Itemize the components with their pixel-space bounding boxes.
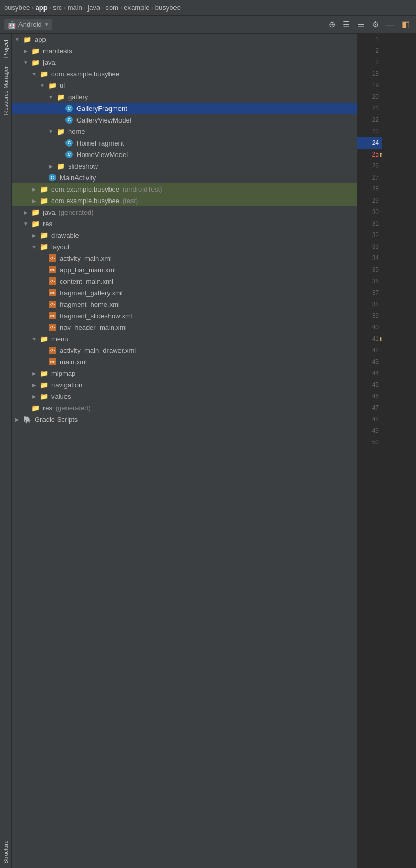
tree-item-gallery-viewmodel[interactable]: C GalleryViewModel: [12, 114, 357, 126]
tree-item-res-generated[interactable]: 📁 res (generated): [12, 402, 357, 414]
line-38: 38: [357, 298, 382, 310]
layout-btn2[interactable]: ⚌: [355, 18, 367, 30]
class-icon-gallery-viewmodel: C: [65, 116, 73, 124]
tree-item-navigation[interactable]: 📁 navigation: [12, 379, 357, 391]
tree-item-app-bar-main-xml[interactable]: </> app_bar_main.xml: [12, 264, 357, 275]
tree-item-test[interactable]: 📁 com.example.busybee (test): [12, 195, 357, 206]
toolbar: 🤖 Android ▼ ⊕ ☰ ⚌ ⚙ — ◧: [0, 16, 416, 34]
tree-item-mipmap[interactable]: 📁 mipmap: [12, 368, 357, 379]
line-22: 22: [357, 114, 382, 126]
xml-icon-fragment-slideshow: </>: [48, 311, 57, 320]
arrow-test: [30, 197, 38, 204]
tree-item-fragment-home-xml[interactable]: </> fragment_home.xml: [12, 298, 357, 310]
tree-item-res[interactable]: 📁 res: [12, 218, 357, 229]
tree-item-fragment-slideshow-xml[interactable]: </> fragment_slideshow.xml: [12, 310, 357, 321]
tree-item-menu[interactable]: 📁 menu: [12, 333, 357, 344]
label-gradle-scripts: Gradle Scripts: [35, 416, 78, 424]
breadcrumb-app[interactable]: app: [36, 4, 48, 12]
tree-item-main-activity[interactable]: C MainActivity: [12, 172, 357, 183]
tree-item-home-viewmodel[interactable]: C HomeViewModel: [12, 149, 357, 160]
tree-item-values[interactable]: 📁 values: [12, 391, 357, 402]
breadcrumb-example[interactable]: example: [124, 4, 149, 12]
tree-item-activity-main-drawer-xml[interactable]: </> activity_main_drawer.xml: [12, 344, 357, 356]
structure-tab[interactable]: Structure: [2, 836, 10, 868]
label-home: home: [68, 128, 85, 136]
line-27: 27: [357, 172, 382, 183]
tree-item-gallery-fragment[interactable]: C GalleryFragment: [12, 103, 357, 114]
minimize-button[interactable]: —: [384, 19, 397, 30]
breadcrumb-main[interactable]: main: [68, 4, 82, 12]
folder-icon-java-generated: 📁: [31, 208, 40, 216]
folder-icon-slideshow: 📁: [57, 162, 65, 170]
line-44: 44: [357, 368, 382, 379]
tree-item-layout[interactable]: 📁 layout: [12, 241, 357, 252]
tree-item-slideshow[interactable]: 📁 slideshow: [12, 160, 357, 172]
open-editor-button[interactable]: ◧: [400, 18, 412, 30]
arrow-layout: [30, 243, 38, 250]
folder-icon-java: 📁: [31, 58, 40, 66]
breadcrumb-com[interactable]: com: [105, 4, 118, 12]
tree-item-home[interactable]: 📁 home: [12, 126, 357, 137]
tree-item-activity-main-xml[interactable]: </> activity_main.xml: [12, 252, 357, 264]
xml-icon-activity-main: </>: [48, 254, 57, 262]
folder-icon-drawable: 📁: [40, 231, 48, 239]
breadcrumb: busybee › app › src › main › java › com …: [0, 0, 416, 16]
tree-item-java-generated[interactable]: 📁 java (generated): [12, 206, 357, 218]
label-res-generated-suffix: (generated): [53, 404, 91, 412]
line-23: 23: [357, 126, 382, 137]
xml-icon-fragment-gallery: </>: [48, 288, 57, 297]
tree-item-drawable[interactable]: 📁 drawable: [12, 229, 357, 241]
arrow-com-example: [30, 70, 38, 77]
gradle-icon: 🐘: [23, 415, 31, 424]
tree-item-com-example[interactable]: 📁 com.example.busybee: [12, 68, 357, 80]
label-layout: layout: [51, 243, 70, 251]
tree-item-manifests[interactable]: 📁 manifests: [12, 45, 357, 57]
folder-icon-res-generated: 📁: [31, 404, 40, 412]
breadcrumb-src[interactable]: src: [53, 4, 62, 12]
folder-icon-test: 📁: [40, 196, 48, 205]
tree-item-ui[interactable]: 📁 ui: [12, 80, 357, 91]
tree-item-nav-header-main-xml[interactable]: </> nav_header_main.xml: [12, 321, 357, 333]
tree-item-java[interactable]: 📁 java: [12, 57, 357, 68]
tree-item-app[interactable]: 📁 app: [12, 34, 357, 45]
line-47: 47: [357, 402, 382, 414]
folder-icon-android-test: 📁: [40, 185, 48, 193]
line-19: 19: [357, 80, 382, 91]
layout-btn1[interactable]: ☰: [341, 18, 352, 30]
label-main-activity: MainActivity: [60, 174, 96, 182]
breadcrumb-busybee[interactable]: busybee: [4, 4, 30, 12]
tree-item-android-test[interactable]: 📁 com.example.busybee (androidTest): [12, 183, 357, 195]
line-42: 42: [357, 344, 382, 356]
folder-icon-navigation: 📁: [40, 381, 48, 389]
settings-button[interactable]: ⚙: [370, 19, 381, 30]
tree-item-fragment-gallery-xml[interactable]: </> fragment_gallery.xml: [12, 287, 357, 298]
line-18: 18: [357, 68, 382, 80]
label-test: com.example.busybee: [51, 197, 119, 205]
resource-manager-tab[interactable]: Resource Manager: [2, 62, 10, 119]
arrow-app: [14, 36, 21, 43]
breadcrumb-java[interactable]: java: [87, 4, 100, 12]
line-3: 3: [357, 57, 382, 68]
dropdown-arrow: ▼: [44, 21, 49, 27]
project-tab[interactable]: Project: [2, 36, 10, 62]
label-com-example: com.example.busybee: [51, 70, 119, 78]
tree-item-main-xml[interactable]: </> main.xml: [12, 356, 357, 368]
arrow-mipmap: [30, 370, 38, 377]
xml-icon-main: </>: [48, 358, 57, 366]
label-gallery-viewmodel: GalleryViewModel: [76, 116, 132, 124]
label-test-suffix: (test): [121, 197, 138, 205]
android-selector[interactable]: 🤖 Android ▼: [4, 19, 52, 30]
xml-icon-activity-main-drawer: </>: [48, 346, 57, 354]
line-48: 48: [357, 414, 382, 425]
label-manifests: manifests: [43, 47, 72, 55]
arrow-ui: [39, 82, 46, 89]
add-button[interactable]: ⊕: [326, 18, 337, 30]
breadcrumb-busybee2[interactable]: busybee: [155, 4, 181, 12]
tree-item-content-main-xml[interactable]: </> content_main.xml: [12, 275, 357, 287]
line-33: 33: [357, 241, 382, 252]
tree-item-gradle-scripts[interactable]: 🐘 Gradle Scripts: [12, 414, 357, 425]
tree-item-home-fragment[interactable]: C HomeFragment: [12, 137, 357, 149]
tree-item-gallery[interactable]: 📁 gallery: [12, 91, 357, 103]
class-icon-home-viewmodel: C: [65, 150, 73, 159]
line-30: 30: [357, 206, 382, 218]
